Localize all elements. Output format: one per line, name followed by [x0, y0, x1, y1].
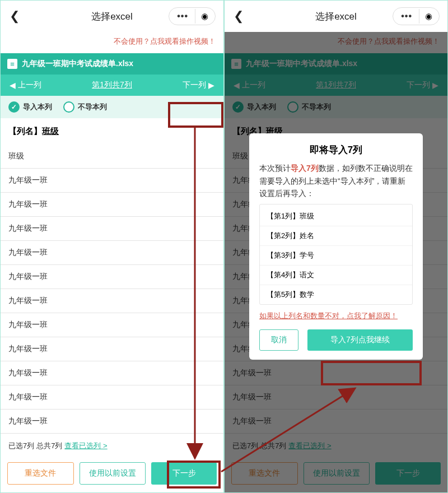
right-panel: ❮ 选择excel ••• ◉ 不会使用？点我观看操作视频！ ≡ 九年级一班期中… [224, 0, 448, 493]
reselect-file-button[interactable]: 重选文件 [7, 462, 74, 485]
table-row: 九年级一班 [1, 313, 223, 337]
close-target-icon[interactable]: ◉ [195, 9, 214, 24]
column-nav: ◀ 上一列 第1列共7列 下一列 ▶ [1, 75, 223, 96]
table-row: 九年级一班 [1, 265, 223, 289]
chevron-right-icon: ▶ [208, 81, 214, 90]
titlebar: ❮ 选择excel ••• ◉ [1, 1, 223, 32]
column-label: 【列名】班级 [1, 118, 223, 145]
more-icon[interactable]: ••• [170, 9, 195, 24]
footer-buttons: 重选文件 使用以前设置 下一步 [1, 458, 223, 492]
modal-column-item: 【第2列】姓名 [260, 226, 412, 246]
modal-warning-link[interactable]: 如果以上列名和数量不对，点我了解原因！ [259, 310, 413, 322]
left-panel: ❮ 选择excel ••• ◉ 不会使用？点我观看操作视频！ ≡ 九年级一班期中… [0, 0, 224, 493]
file-icon: ≡ [7, 59, 17, 69]
use-previous-settings-button[interactable]: 使用以前设置 [80, 462, 146, 485]
check-icon: ✓ [8, 101, 20, 113]
import-choice-row: ✓ 导入本列 不导本列 [1, 96, 223, 118]
table-row: 九年级一班 [1, 337, 223, 361]
modal-column-list: 【第1列】班级【第2列】姓名【第3列】学号【第4列】语文【第5列】数学 [259, 204, 413, 305]
file-name: 九年级一班期中考试成绩单.xlsx [22, 59, 133, 69]
miniprogram-menu[interactable]: ••• ◉ [169, 7, 216, 25]
chevron-left-icon: ◀ [10, 81, 16, 90]
modal-continue-button[interactable]: 导入7列点我继续 [307, 329, 413, 351]
modal-cancel-button[interactable]: 取消 [259, 329, 298, 351]
table-row: 九年级一班 [1, 169, 223, 193]
back-icon[interactable]: ❮ [10, 9, 20, 24]
help-link[interactable]: 不会使用？点我观看操作视频！ [1, 32, 223, 53]
modal-column-item: 【第5列】数学 [260, 285, 412, 304]
table-row: 九年级一班 [1, 361, 223, 385]
table-row: 九年级一班 [1, 385, 223, 410]
table-row: 九年级一班 [1, 241, 223, 265]
table-row: 九年级一班 [1, 410, 223, 434]
modal-column-item: 【第3列】学号 [260, 246, 412, 266]
table-row: 班级 [1, 145, 223, 169]
next-column-button[interactable]: 下一列 ▶ [183, 80, 214, 90]
modal-actions: 取消 导入7列点我继续 [259, 329, 413, 351]
modal-column-item: 【第1列】班级 [260, 207, 412, 226]
modal-description: 本次预计导入7列数据，如列数不正确说明在需要导入的列上未选中“导入本列”，请重新… [259, 162, 413, 199]
skip-this-column-radio[interactable]: 不导本列 [63, 101, 107, 113]
table-row: 九年级一班 [1, 193, 223, 217]
footer-status: 已选7列 总共7列 查看已选列 > [1, 434, 223, 458]
next-step-button[interactable]: 下一步 [151, 462, 217, 485]
import-this-column-radio[interactable]: ✓ 导入本列 [8, 101, 52, 113]
page-title: 选择excel [91, 10, 133, 23]
see-selected-link[interactable]: 查看已选列 > [64, 441, 107, 451]
modal-column-item: 【第4列】语文 [260, 266, 412, 285]
table-row: 九年级一班 [1, 217, 223, 241]
circle-icon [63, 101, 74, 113]
table-row: 九年级一班 [1, 289, 223, 313]
prev-column-button[interactable]: ◀ 上一列 [10, 80, 41, 90]
data-rows: 班级九年级一班九年级一班九年级一班九年级一班九年级一班九年级一班九年级一班九年级… [1, 145, 223, 434]
column-indicator[interactable]: 第1列共7列 [92, 80, 132, 90]
modal-overlay: 即将导入7列 本次预计导入7列数据，如列数不正确说明在需要导入的列上未选中“导入… [225, 1, 447, 492]
import-confirm-modal: 即将导入7列 本次预计导入7列数据，如列数不正确说明在需要导入的列上未选中“导入… [249, 133, 423, 360]
file-row: ≡ 九年级一班期中考试成绩单.xlsx [1, 53, 223, 75]
modal-title: 即将导入7列 [259, 143, 413, 156]
